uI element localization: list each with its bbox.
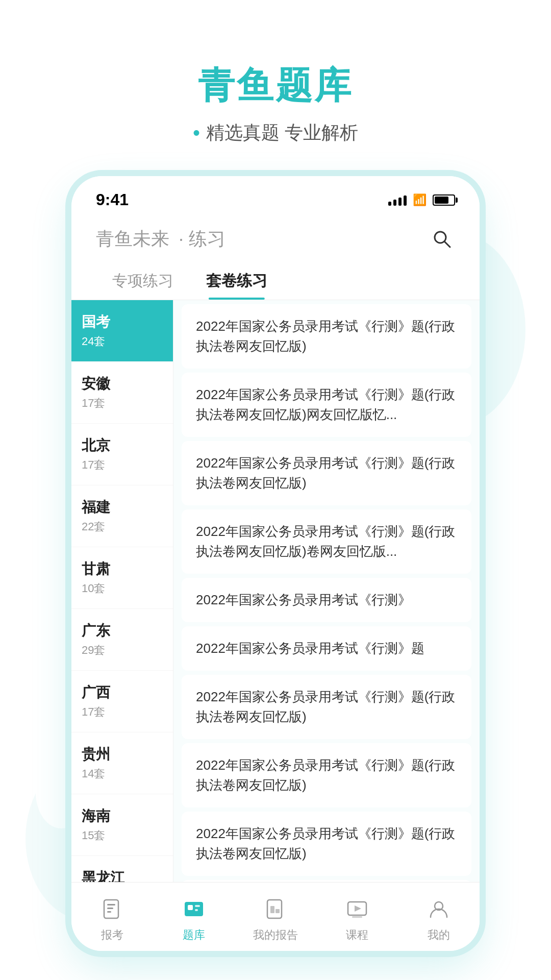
wifi-icon: 📶 bbox=[413, 193, 427, 207]
search-button[interactable] bbox=[429, 226, 455, 252]
list-item-6[interactable]: 2022年国家公务员录用考试《行测》题(行政执法卷网友回忆版) bbox=[182, 675, 471, 739]
report-label: 报考 bbox=[101, 927, 123, 943]
signal-icon bbox=[388, 194, 407, 206]
status-icons: 📶 bbox=[388, 193, 455, 207]
sidebar-item-2[interactable]: 北京 17套 bbox=[71, 424, 173, 485]
bottom-nav-course[interactable]: 课程 bbox=[316, 891, 398, 947]
phone-frame: 9:41 📶 青鱼未来 bbox=[71, 176, 480, 951]
course-icon bbox=[343, 895, 371, 923]
svg-rect-11 bbox=[188, 905, 193, 910]
bottom-nav-myreport[interactable]: 我的报告 bbox=[235, 891, 316, 947]
status-bar: 9:41 📶 bbox=[71, 176, 480, 217]
myreport-icon bbox=[261, 895, 290, 923]
svg-rect-8 bbox=[107, 908, 113, 909]
list-item-1[interactable]: 2022年国家公务员录用考试《行测》题(行政执法卷网友回忆版)网友回忆版忆... bbox=[182, 373, 471, 437]
svg-rect-15 bbox=[270, 906, 274, 913]
myreport-label: 我的报告 bbox=[253, 927, 298, 943]
sidebar-item-4[interactable]: 甘肃 10套 bbox=[71, 547, 173, 609]
svg-rect-12 bbox=[195, 905, 200, 907]
app-title: 青鱼题库 bbox=[198, 61, 353, 110]
bottom-nav: 报考 题库 bbox=[71, 882, 480, 951]
list-item-5[interactable]: 2022年国家公务员录用考试《行测》题 bbox=[182, 626, 471, 671]
mine-label: 我的 bbox=[428, 927, 450, 943]
svg-rect-9 bbox=[107, 911, 111, 913]
svg-rect-19 bbox=[352, 916, 362, 918]
list-item-7[interactable]: 2022年国家公务员录用考试《行测》题(行政执法卷网友回忆版) bbox=[182, 743, 471, 807]
svg-rect-16 bbox=[276, 909, 280, 913]
sidebar-item-6[interactable]: 广西 17套 bbox=[71, 671, 173, 732]
battery-icon bbox=[433, 194, 455, 206]
content-list: 2022年国家公务员录用考试《行测》题(行政执法卷网友回忆版) 2022年国家公… bbox=[173, 300, 480, 882]
app-header: 青鱼题库 精选真题 专业解析 bbox=[0, 0, 551, 176]
sidebar-item-0[interactable]: 国考 24套 bbox=[71, 300, 173, 362]
course-label: 课程 bbox=[346, 927, 368, 943]
sidebar-item-1[interactable]: 安徽 17套 bbox=[71, 362, 173, 424]
tab-bar: 专项练习 套卷练习 bbox=[71, 262, 480, 300]
list-item-9[interactable]: 2022年国家公务员录用考试《行测》题(行政执法卷网友回忆版) bbox=[182, 880, 471, 882]
content-area: 国考 24套 安徽 17套 北京 17套 福建 22套 bbox=[71, 300, 480, 882]
bottom-nav-mine[interactable]: 我的 bbox=[398, 891, 480, 947]
qbank-icon bbox=[180, 895, 208, 923]
sidebar-item-3[interactable]: 福建 22套 bbox=[71, 485, 173, 547]
list-item-2[interactable]: 2022年国家公务员录用考试《行测》题(行政执法卷网友回忆版) bbox=[182, 441, 471, 505]
sidebar-item-9[interactable]: 黑龙江 25套 bbox=[71, 856, 173, 882]
sidebar-item-5[interactable]: 广东 29套 bbox=[71, 609, 173, 671]
bottom-nav-report[interactable]: 报考 bbox=[71, 891, 153, 947]
svg-marker-18 bbox=[355, 905, 361, 912]
sidebar: 国考 24套 安徽 17套 北京 17套 福建 22套 bbox=[71, 300, 173, 882]
report-icon bbox=[98, 895, 127, 923]
mine-icon bbox=[424, 895, 453, 923]
qbank-label: 题库 bbox=[183, 927, 205, 943]
tab-sets[interactable]: 套卷练习 bbox=[190, 262, 284, 300]
app-subtitle: 精选真题 专业解析 bbox=[193, 120, 358, 145]
status-time: 9:41 bbox=[96, 190, 129, 209]
bottom-nav-qbank[interactable]: 题库 bbox=[153, 891, 235, 947]
list-item-4[interactable]: 2022年国家公务员录用考试《行测》 bbox=[182, 578, 471, 622]
tab-special[interactable]: 专项练习 bbox=[96, 262, 190, 300]
svg-rect-10 bbox=[185, 902, 203, 916]
nav-title: 青鱼未来 · 练习 bbox=[96, 227, 226, 252]
sidebar-item-7[interactable]: 贵州 14套 bbox=[71, 732, 173, 794]
sidebar-item-8[interactable]: 海南 15套 bbox=[71, 794, 173, 856]
svg-rect-13 bbox=[195, 909, 198, 911]
nav-bar: 青鱼未来 · 练习 bbox=[71, 217, 480, 262]
phone-mockup-wrapper: 9:41 📶 青鱼未来 bbox=[71, 176, 480, 951]
svg-rect-7 bbox=[107, 904, 115, 905]
svg-line-5 bbox=[444, 241, 450, 247]
list-item-0[interactable]: 2022年国家公务员录用考试《行测》题(行政执法卷网友回忆版) bbox=[182, 304, 471, 369]
list-item-3[interactable]: 2022年国家公务员录用考试《行测》题(行政执法卷网友回忆版)卷网友回忆版... bbox=[182, 509, 471, 574]
list-item-8[interactable]: 2022年国家公务员录用考试《行测》题(行政执法卷网友回忆版) bbox=[182, 812, 471, 876]
